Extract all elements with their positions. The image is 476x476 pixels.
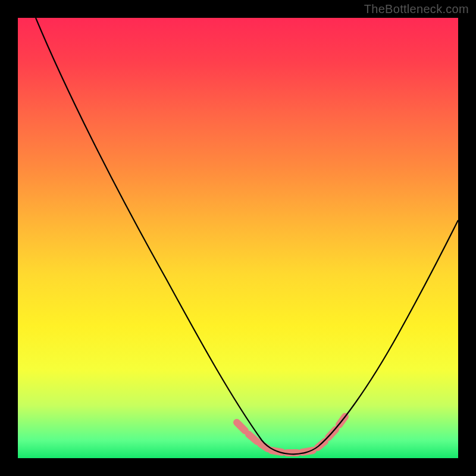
- bottleneck-curve-path: [36, 18, 458, 454]
- plot-area: [18, 18, 458, 458]
- pink-dash-left-1: [237, 422, 245, 431]
- curve-svg: [18, 18, 458, 458]
- pink-dash-left-2: [249, 434, 257, 441]
- chart-stage: TheBottleneck.com: [0, 0, 476, 476]
- highlight-group: [237, 416, 345, 453]
- watermark-text: TheBottleneck.com: [364, 2, 469, 16]
